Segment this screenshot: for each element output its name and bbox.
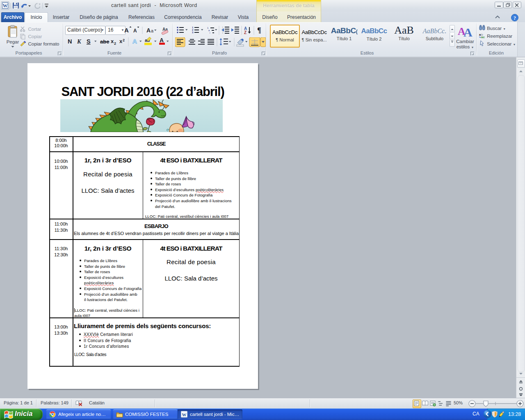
svg-text:N: N bbox=[68, 38, 72, 45]
svg-text:W: W bbox=[3, 3, 8, 9]
svg-text:S: S bbox=[87, 38, 91, 45]
svg-text:K: K bbox=[77, 38, 82, 45]
svg-text:abe: abe bbox=[100, 39, 109, 45]
svg-text:A: A bbox=[124, 27, 129, 34]
svg-text:W: W bbox=[182, 412, 187, 417]
svg-text:A: A bbox=[463, 25, 472, 37]
svg-text:x: x bbox=[111, 38, 114, 44]
svg-text:i: i bbox=[210, 32, 210, 34]
svg-text:Z: Z bbox=[244, 30, 247, 35]
svg-text:3: 3 bbox=[192, 31, 194, 34]
svg-text:¶: ¶ bbox=[257, 26, 261, 34]
svg-text:A: A bbox=[133, 28, 137, 34]
svg-text:?: ? bbox=[514, 15, 516, 21]
svg-text:A: A bbox=[160, 37, 164, 43]
svg-text:A: A bbox=[146, 27, 151, 34]
svg-text:2: 2 bbox=[123, 38, 125, 42]
svg-text:Pegar: Pegar bbox=[7, 39, 19, 44]
svg-text:a: a bbox=[151, 28, 154, 33]
svg-text:ac: ac bbox=[481, 35, 485, 39]
svg-text:x: x bbox=[119, 38, 123, 44]
svg-text:A: A bbox=[132, 38, 137, 45]
svg-text:2: 2 bbox=[114, 41, 116, 46]
